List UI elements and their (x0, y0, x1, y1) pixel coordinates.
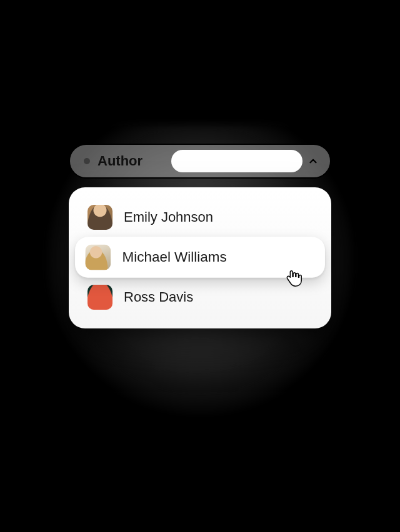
author-option[interactable]: Michael Williams (75, 237, 325, 277)
leading-dot-icon (84, 158, 90, 164)
author-option-name: Michael Williams (122, 249, 227, 266)
author-select-trigger[interactable]: Author (69, 144, 331, 179)
avatar (88, 285, 112, 310)
author-option[interactable]: Emily Johnson (78, 197, 322, 237)
avatar (88, 205, 112, 230)
author-option-name: Ross Davis (124, 289, 193, 305)
author-option-name: Emily Johnson (124, 209, 213, 225)
author-option[interactable]: Ross Davis (78, 277, 322, 317)
select-value-area (171, 150, 302, 172)
chevron-up-icon (306, 154, 320, 168)
author-dropdown-panel: Emily Johnson Michael Williams Ross Davi… (69, 187, 331, 328)
select-label: Author (98, 153, 142, 169)
avatar (85, 245, 111, 270)
